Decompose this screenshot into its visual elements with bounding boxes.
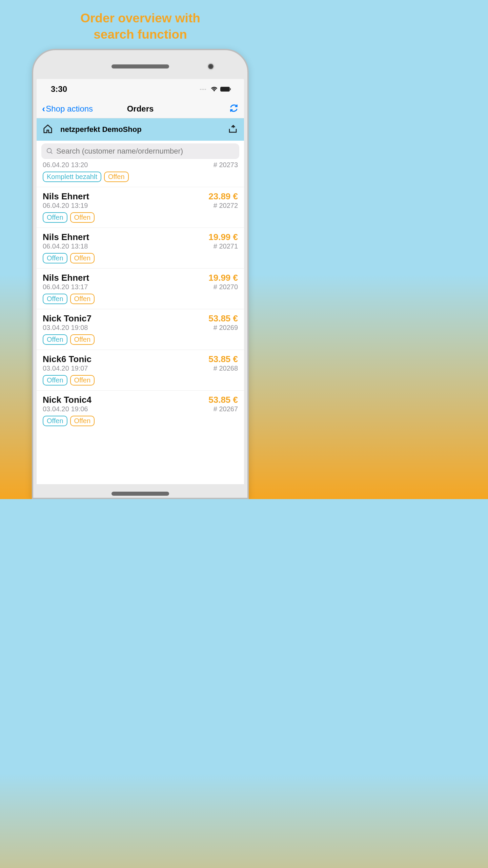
- order-item[interactable]: 06.04.20 13:20# 20273Komplett bezahltOff…: [37, 161, 244, 187]
- order-status-chip: Offen: [70, 212, 95, 223]
- payment-status-chip: Offen: [43, 334, 67, 345]
- order-date: 06.04.20 13:17: [43, 283, 88, 291]
- order-customer-name: Nick6 Tonic: [43, 354, 92, 364]
- status-icons: [200, 87, 230, 92]
- payment-status-chip: Offen: [43, 212, 67, 223]
- page-title: Orders: [127, 104, 154, 114]
- order-date: 03.04.20 19:07: [43, 364, 88, 372]
- status-bar: 3:30: [37, 79, 244, 99]
- order-number: # 20272: [214, 202, 238, 210]
- search-wrap: [37, 141, 244, 161]
- shop-name: netzperfekt DemoShop: [60, 125, 220, 134]
- order-date: 03.04.20 19:06: [43, 405, 88, 413]
- svg-point-0: [47, 149, 52, 153]
- order-item[interactable]: Nick6 Tonic53.85 €03.04.20 19:07# 20268O…: [37, 350, 244, 390]
- order-amount: 23.89 €: [208, 191, 238, 202]
- order-number: # 20267: [214, 405, 238, 413]
- order-number: # 20270: [214, 283, 238, 291]
- order-status-chip: Offen: [104, 172, 129, 182]
- headline-line1: Order overview with: [80, 11, 200, 25]
- order-status-chip: Offen: [70, 253, 95, 263]
- home-button[interactable]: [43, 124, 53, 135]
- order-number: # 20268: [214, 364, 238, 372]
- order-item[interactable]: Nils Ehnert19.99 €06.04.20 13:17# 20270O…: [37, 268, 244, 309]
- order-amount: 53.85 €: [208, 395, 238, 405]
- payment-status-chip: Komplett bezahlt: [43, 172, 101, 182]
- back-button[interactable]: ‹ Shop actions: [42, 104, 93, 114]
- order-customer-name: Nick Tonic7: [43, 313, 92, 324]
- status-time: 3:30: [51, 84, 67, 94]
- phone-camera: [208, 64, 214, 69]
- search-input[interactable]: [56, 147, 235, 156]
- screen: 3:30 ‹ Shop actions Orders: [37, 79, 244, 484]
- order-date: 06.04.20 13:19: [43, 202, 88, 210]
- order-item[interactable]: Nils Ehnert19.99 €06.04.20 13:18# 20271O…: [37, 228, 244, 268]
- order-number: # 20269: [214, 324, 238, 332]
- order-status-chip: Offen: [70, 294, 95, 304]
- share-button[interactable]: [228, 124, 238, 135]
- wifi-icon: [211, 87, 218, 92]
- signal-dots-icon: [200, 89, 206, 90]
- back-label: Shop actions: [46, 104, 93, 114]
- order-amount: 53.85 €: [208, 354, 238, 364]
- order-status-chip: Offen: [70, 416, 95, 426]
- order-date: 03.04.20 19:08: [43, 324, 88, 332]
- nav-bar: ‹ Shop actions Orders: [37, 99, 244, 118]
- phone-top-hardware: [37, 54, 244, 79]
- order-amount: 19.99 €: [208, 232, 238, 242]
- phone-frame: 3:30 ‹ Shop actions Orders: [32, 49, 249, 499]
- phone-bottom-hardware: [37, 484, 244, 498]
- order-date: 06.04.20 13:18: [43, 242, 88, 250]
- headline-line2: search function: [94, 27, 187, 41]
- phone-speaker: [111, 64, 169, 68]
- promo-headline: Order overview with search function: [74, 7, 207, 49]
- order-number: # 20273: [214, 161, 238, 169]
- payment-status-chip: Offen: [43, 294, 67, 304]
- order-item[interactable]: Nils Ehnert23.89 €06.04.20 13:19# 20272O…: [37, 187, 244, 228]
- chevron-left-icon: ‹: [42, 104, 45, 114]
- order-status-chip: Offen: [70, 334, 95, 345]
- order-item[interactable]: Nick Tonic753.85 €03.04.20 19:08# 20269O…: [37, 309, 244, 350]
- payment-status-chip: Offen: [43, 375, 67, 386]
- order-amount: 19.99 €: [208, 273, 238, 283]
- order-amount: 53.85 €: [208, 313, 238, 324]
- battery-icon: [220, 87, 230, 92]
- refresh-button[interactable]: [229, 103, 239, 114]
- order-customer-name: Nils Ehnert: [43, 232, 89, 242]
- order-customer-name: Nils Ehnert: [43, 273, 89, 283]
- order-date: 06.04.20 13:20: [43, 161, 88, 169]
- order-item[interactable]: Nick Tonic453.85 €03.04.20 19:06# 20267O…: [37, 390, 244, 431]
- order-status-chip: Offen: [70, 375, 95, 386]
- svg-line-1: [51, 152, 53, 154]
- order-list[interactable]: 06.04.20 13:20# 20273Komplett bezahltOff…: [37, 161, 244, 484]
- search-icon: [46, 147, 54, 155]
- order-customer-name: Nils Ehnert: [43, 191, 89, 202]
- phone-bottom-speaker: [111, 492, 169, 496]
- shop-bar: netzperfekt DemoShop: [37, 118, 244, 141]
- payment-status-chip: Offen: [43, 253, 67, 263]
- order-number: # 20271: [214, 242, 238, 250]
- order-customer-name: Nick Tonic4: [43, 395, 92, 405]
- search-box[interactable]: [41, 143, 239, 159]
- payment-status-chip: Offen: [43, 416, 67, 426]
